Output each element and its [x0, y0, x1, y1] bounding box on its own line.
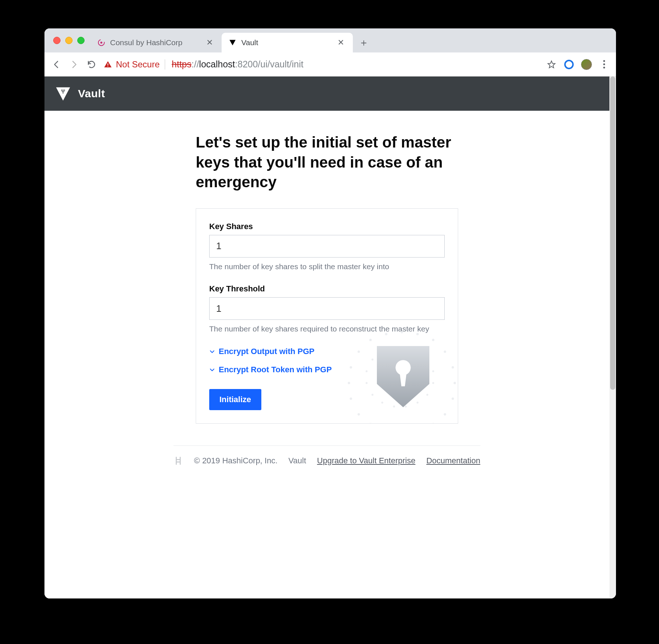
footer-upgrade-link[interactable]: Upgrade to Vault Enterprise [317, 456, 416, 466]
key-shares-label: Key Shares [209, 222, 445, 231]
scrollbar[interactable] [609, 76, 616, 598]
svg-point-50 [432, 423, 434, 424]
toggle-label: Encrypt Root Token with PGP [219, 365, 332, 374]
scrollbar-thumb[interactable] [610, 76, 615, 390]
security-label: Not Secure [116, 59, 160, 70]
bookmark-button[interactable] [546, 59, 557, 70]
tab-title: Vault [241, 38, 331, 47]
chevron-down-icon [209, 349, 215, 354]
page-title: Let's set up the initial set of master k… [196, 133, 458, 192]
warning-icon [104, 60, 112, 69]
action-row: Initialize [209, 389, 445, 410]
svg-point-21 [387, 380, 389, 382]
svg-point-30 [432, 382, 434, 384]
maximize-window-button[interactable] [77, 37, 85, 44]
svg-rect-4 [108, 66, 108, 66]
svg-marker-5 [56, 87, 70, 101]
svg-point-17 [415, 380, 416, 382]
svg-point-20 [393, 386, 395, 388]
window-controls [52, 28, 90, 52]
svg-point-40 [369, 339, 371, 341]
menu-button[interactable] [598, 59, 609, 70]
page-body: Let's set up the initial set of master k… [44, 111, 609, 598]
page-content: Vault Let's set up the initial set of ma… [44, 76, 609, 598]
footer: © 2019 HashiCorp, Inc. Vault Upgrade to … [173, 445, 480, 476]
profile-avatar[interactable] [581, 59, 592, 70]
forward-button[interactable] [69, 59, 79, 70]
svg-point-48 [452, 397, 454, 400]
extension-icon[interactable] [564, 59, 574, 70]
key-shares-input[interactable] [209, 235, 445, 258]
svg-point-7 [62, 90, 63, 91]
close-tab-icon[interactable]: ✕ [335, 37, 346, 48]
key-threshold-input[interactable] [209, 297, 445, 320]
svg-point-46 [452, 366, 454, 368]
vault-logo-icon [55, 85, 71, 102]
address-bar[interactable]: https://localhost:8200/ui/vault/init [172, 59, 539, 70]
consul-icon [97, 38, 106, 47]
toggle-encrypt-root-pgp[interactable]: Encrypt Root Token with PGP [209, 365, 445, 374]
field-key-threshold: Key Threshold The number of key shares r… [209, 284, 445, 334]
svg-point-44 [432, 339, 434, 341]
svg-point-14 [409, 358, 410, 360]
browser-window: Consul by HashiCorp ✕ Vault ✕ Not Secure [44, 28, 616, 598]
tab-title: Consul by HashiCorp [110, 38, 200, 47]
close-window-button[interactable] [53, 37, 61, 44]
key-threshold-label: Key Threshold [209, 284, 445, 294]
svg-point-49 [444, 413, 446, 415]
svg-point-47 [453, 382, 456, 384]
footer-docs-link[interactable]: Documentation [426, 456, 480, 466]
minimize-window-button[interactable] [65, 37, 73, 44]
toggle-encrypt-output-pgp[interactable]: Encrypt Output with PGP [209, 347, 445, 356]
browser-toolbar: Not Secure https://localhost:8200/ui/vau… [44, 52, 616, 76]
svg-point-18 [409, 386, 410, 388]
close-tab-icon[interactable]: ✕ [204, 37, 215, 48]
svg-point-6 [61, 90, 62, 91]
initialize-button[interactable]: Initialize [209, 389, 261, 410]
svg-point-12 [393, 358, 395, 360]
svg-point-10 [63, 91, 64, 92]
hashicorp-icon [173, 456, 183, 466]
url-path: /ui/vault/init [258, 59, 303, 70]
key-shares-help: The number of key shares to split the ma… [209, 261, 445, 272]
chevron-down-icon [209, 367, 215, 373]
new-tab-button[interactable] [356, 35, 372, 51]
svg-point-1 [100, 42, 102, 44]
svg-point-54 [369, 423, 371, 424]
svg-point-55 [358, 413, 360, 415]
svg-point-9 [62, 91, 63, 92]
tab-strip: Consul by HashiCorp ✕ Vault ✕ [44, 28, 616, 52]
url-sep: :// [191, 59, 199, 70]
toggle-label: Encrypt Output with PGP [219, 347, 315, 356]
svg-marker-2 [230, 40, 236, 46]
url-scheme: https [172, 59, 191, 70]
vault-icon [228, 38, 237, 47]
footer-product: Vault [288, 456, 306, 466]
svg-point-28 [426, 358, 428, 360]
svg-point-8 [64, 90, 65, 91]
footer-copyright: © 2019 HashiCorp, Inc. [194, 456, 277, 466]
reload-button[interactable] [86, 59, 97, 70]
tab-consul[interactable]: Consul by HashiCorp ✕ [90, 33, 222, 52]
app-header: Vault [44, 76, 609, 111]
security-indicator[interactable]: Not Secure [104, 59, 165, 70]
init-form-card: Key Shares The number of key shares to s… [196, 208, 458, 424]
svg-rect-3 [108, 63, 108, 65]
app-brand: Vault [78, 87, 105, 100]
svg-point-57 [348, 382, 350, 384]
key-threshold-help: The number of key shares required to rec… [209, 323, 445, 334]
svg-point-11 [62, 93, 63, 94]
svg-point-37 [366, 382, 367, 384]
tab-vault[interactable]: Vault ✕ [222, 33, 353, 52]
field-key-shares: Key Shares The number of key shares to s… [209, 222, 445, 272]
svg-point-39 [371, 358, 373, 360]
back-button[interactable] [51, 59, 62, 70]
svg-point-13 [401, 357, 402, 358]
viewport: Vault Let's set up the initial set of ma… [44, 76, 616, 598]
url-port: :8200 [235, 59, 258, 70]
url-host: localhost [199, 59, 235, 70]
